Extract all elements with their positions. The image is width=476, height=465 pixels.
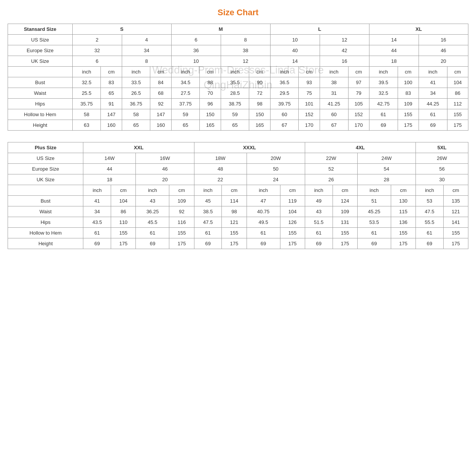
plus-us-4xl1: 22W xyxy=(305,153,357,164)
plus-h2h-10: 155 xyxy=(333,228,357,238)
height-label: Height xyxy=(8,120,73,131)
us-size-label: US Size xyxy=(8,35,73,45)
plus-bust-9: 49 xyxy=(305,196,333,206)
plus-ht-9: 69 xyxy=(305,238,333,249)
plus-unit-14: cm xyxy=(443,185,468,196)
plus-hips-1: 43.5 xyxy=(83,217,111,228)
plus-ht-2: 175 xyxy=(111,238,136,249)
std-eu-l1: 40 xyxy=(270,45,320,56)
plus-h2h-14: 155 xyxy=(443,228,468,238)
hips-4: 92 xyxy=(150,99,171,109)
plus-bust-1: 41 xyxy=(83,196,111,206)
hips-11: 41.25 xyxy=(320,99,348,109)
plus-ht-5: 69 xyxy=(194,238,222,249)
bust-row: Bust 32.5 83 33.5 84 34.5 88 35.5 90 36.… xyxy=(8,77,468,88)
waist-2: 65 xyxy=(101,88,122,99)
std-uk-l1: 14 xyxy=(270,56,320,67)
plus-height-row: Height 69 175 69 175 69 175 69 175 69 17… xyxy=(8,238,468,249)
xxl-header: XXL xyxy=(83,142,194,153)
bust-15: 41 xyxy=(419,77,447,88)
plus-unit-10: cm xyxy=(333,185,357,196)
europe-size-row: Europe Size 32 34 36 38 40 42 44 46 xyxy=(8,45,468,56)
std-uk-xl2: 20 xyxy=(419,56,468,67)
plus-us-size-label: US Size xyxy=(8,153,83,164)
plus-us-xxl2: 16W xyxy=(136,153,194,164)
hips-row: Hips 35.75 91 36.75 92 37.75 96 38.75 98… xyxy=(8,99,468,109)
ht-15: 69 xyxy=(419,120,447,131)
hollow-to-hem-label: Hollow to Hem xyxy=(8,109,73,120)
plus-bust-2: 104 xyxy=(111,196,136,206)
unit-h7: inch xyxy=(221,67,249,77)
hips-label: Hips xyxy=(8,99,73,109)
plus-h2h-9: 61 xyxy=(305,228,333,238)
bust-10: 93 xyxy=(299,77,320,88)
plus-h2h-8: 155 xyxy=(280,228,305,238)
plus-uk-xxxl1: 22 xyxy=(194,174,247,185)
waist-13: 32.5 xyxy=(369,88,398,99)
unit-h11: inch xyxy=(320,67,348,77)
waist-9: 29.5 xyxy=(270,88,299,99)
standard-header-row: Stansard Size S M L XL xyxy=(8,24,468,35)
plus-unit-header-row: inch cm inch cm inch cm inch cm inch cm … xyxy=(8,185,468,196)
std-eu-s2: 34 xyxy=(122,45,171,56)
ht-13: 69 xyxy=(369,120,398,131)
plus-hips-9: 51.5 xyxy=(305,217,333,228)
plus-waist-12: 115 xyxy=(391,206,416,217)
plus-bust-12: 130 xyxy=(391,196,416,206)
unit-h3: inch xyxy=(122,67,150,77)
h2h-6: 150 xyxy=(200,109,221,120)
plus-uk-xxl2: 20 xyxy=(136,174,194,185)
plus-size-section: Plus Size XXL XXXL 4XL 5XL US Size 14W 1… xyxy=(8,142,468,249)
unit-h8: cm xyxy=(249,67,270,77)
plus-ht-14: 175 xyxy=(443,238,468,249)
ht-10: 170 xyxy=(299,120,320,131)
plus-eu-xxxl2: 50 xyxy=(247,164,305,174)
plus-waist-row: Waist 34 86 36.25 92 38.5 98 40.75 104 4… xyxy=(8,206,468,217)
plus-eu-4xl2: 54 xyxy=(357,164,416,174)
unit-h12: cm xyxy=(348,67,369,77)
hips-10: 101 xyxy=(299,99,320,109)
plus-uk-4xl1: 26 xyxy=(305,174,357,185)
unit-h10: cm xyxy=(299,67,320,77)
plus-h2h-6: 155 xyxy=(222,228,247,238)
plus-us-xxxl2: 20W xyxy=(247,153,305,164)
bust-11: 38 xyxy=(320,77,348,88)
h2h-3: 58 xyxy=(122,109,150,120)
hips-3: 36.75 xyxy=(122,99,150,109)
bust-12: 97 xyxy=(348,77,369,88)
s-header: S xyxy=(72,24,171,35)
plus-waist-10: 109 xyxy=(333,206,357,217)
hips-6: 96 xyxy=(200,99,221,109)
h2h-13: 61 xyxy=(369,109,398,120)
h2h-12: 152 xyxy=(348,109,369,120)
plus-h2h-7: 61 xyxy=(247,228,280,238)
bust-9: 36.5 xyxy=(270,77,299,88)
plus-uk-size-label: UK Size xyxy=(8,174,83,185)
plus-ht-11: 69 xyxy=(357,238,391,249)
l-header: L xyxy=(270,24,369,35)
plus-hips-2: 110 xyxy=(111,217,136,228)
bust-5: 34.5 xyxy=(171,77,200,88)
plus-europe-size-row: Europe Size 44 46 48 50 52 54 56 xyxy=(8,164,468,174)
plus-ht-12: 175 xyxy=(391,238,416,249)
plus-waist-11: 45.25 xyxy=(357,206,391,217)
std-uk-s1: 6 xyxy=(72,56,122,67)
height-row: Height 63 160 65 160 65 165 65 165 67 17… xyxy=(8,120,468,131)
plus-hips-3: 45.5 xyxy=(136,217,169,228)
std-eu-m2: 38 xyxy=(221,45,270,56)
plus-waist-7: 40.75 xyxy=(247,206,280,217)
waist-10: 75 xyxy=(299,88,320,99)
plus-waist-2: 86 xyxy=(111,206,136,217)
ht-14: 175 xyxy=(398,120,419,131)
plus-unit-8: cm xyxy=(280,185,305,196)
plus-unit-9: inch xyxy=(305,185,333,196)
hips-1: 35.75 xyxy=(72,99,101,109)
bust-6: 88 xyxy=(200,77,221,88)
plus-us-xxxl1: 18W xyxy=(194,153,247,164)
waist-7: 28.5 xyxy=(221,88,249,99)
waist-16: 86 xyxy=(447,88,468,99)
plus-uk-size-row: UK Size 18 20 22 24 26 28 30 xyxy=(8,174,468,185)
plus-ht-13: 69 xyxy=(416,238,443,249)
waist-4: 68 xyxy=(150,88,171,99)
plus-h2h-label: Hollow to Hem xyxy=(8,228,83,238)
